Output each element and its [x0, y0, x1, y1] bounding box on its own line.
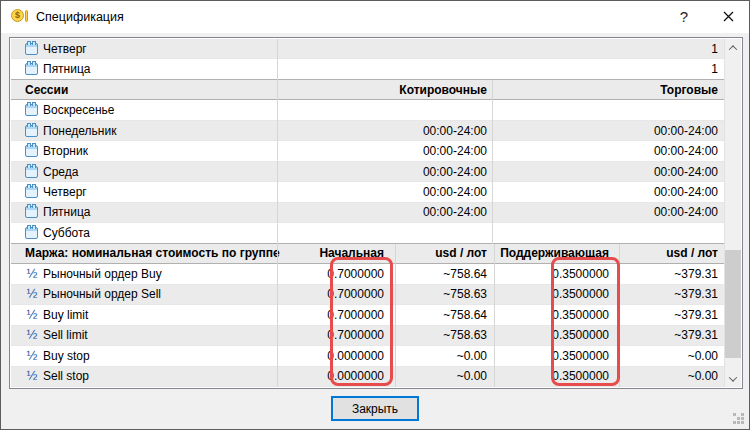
- column-divider: [492, 141, 493, 161]
- table-cell: 00:00-24:00: [568, 182, 718, 201]
- column-divider: [492, 182, 493, 202]
- one-half-icon: ½: [24, 307, 40, 323]
- column-divider: [492, 203, 493, 223]
- scrollbar-track[interactable]: [725, 56, 741, 370]
- calendar-icon: [25, 166, 38, 178]
- calendar-icon: [25, 104, 38, 116]
- table-cell: 00:00-24:00: [568, 141, 718, 160]
- table-row[interactable]: ½ Buy stop 0.0000000~0.000.3500000~0.00: [11, 346, 724, 366]
- table-cell: 00:00-24:00: [337, 162, 487, 181]
- calendar-icon: [25, 227, 38, 239]
- table-cell: [568, 223, 718, 242]
- column-divider: [277, 100, 278, 120]
- column-divider: [492, 121, 493, 141]
- table-cell: Котировочные: [337, 80, 487, 99]
- column-divider: [492, 223, 493, 243]
- table-cell: ~0.00: [568, 367, 718, 386]
- title-bar: $ Спецификация ?: [1, 1, 749, 33]
- close-icon[interactable]: [711, 1, 745, 31]
- column-divider: [277, 59, 278, 79]
- table-cell: ~379.31: [568, 285, 718, 304]
- row-label: Вторник: [43, 144, 88, 158]
- column-divider: [277, 223, 278, 243]
- table-cell: ~379.31: [568, 305, 718, 324]
- one-half-icon: ½: [24, 327, 40, 343]
- row-label: Sell limit: [43, 328, 88, 342]
- table-rows: Четверг 1 Пятница 1 Сессии КотировочныеТ…: [11, 39, 724, 387]
- footer: Закрыть: [1, 389, 749, 429]
- calendar-icon: [25, 63, 38, 75]
- row-label: Sell stop: [43, 369, 89, 383]
- table-cell: [568, 100, 718, 119]
- table-row[interactable]: Вторник 00:00-24:0000:00-24:00: [11, 141, 724, 161]
- column-divider: [277, 182, 278, 202]
- calendar-icon: [25, 186, 38, 198]
- one-half-icon: ½: [24, 266, 40, 282]
- coin-edge: [25, 10, 28, 22]
- table-row[interactable]: ½ Sell limit 0.7000000~758.630.3500000~3…: [11, 326, 724, 346]
- column-divider: [492, 100, 493, 120]
- close-dialog-button[interactable]: Закрыть: [331, 396, 419, 421]
- table-cell: 00:00-24:00: [568, 121, 718, 140]
- calendar-icon: [25, 43, 38, 55]
- resize-grip[interactable]: [733, 413, 745, 425]
- table-cell: usd / лот: [568, 244, 718, 263]
- vertical-scrollbar[interactable]: [724, 39, 741, 387]
- column-divider: [277, 39, 278, 59]
- table-cell: Торговые: [568, 80, 718, 99]
- coin-glyph: $: [11, 9, 24, 22]
- table-cell: 00:00-24:00: [337, 203, 487, 222]
- row-label: Рыночный ордер Buy: [43, 267, 162, 281]
- table-row[interactable]: ½ Buy limit 0.7000000~758.640.3500000~37…: [11, 305, 724, 325]
- column-divider: [492, 80, 493, 100]
- row-label: Buy limit: [43, 308, 88, 322]
- table-cell: [337, 100, 487, 119]
- row-label: Понедельник: [43, 124, 116, 138]
- window-title: Спецификация: [36, 10, 124, 24]
- table-row[interactable]: ½ Рыночный ордер Sell 0.7000000~758.630.…: [11, 285, 724, 305]
- table-row[interactable]: Четверг 00:00-24:0000:00-24:00: [11, 182, 724, 202]
- table-row[interactable]: Воскресенье: [11, 100, 724, 120]
- table-cell: ~379.31: [568, 326, 718, 345]
- scroll-down-button[interactable]: [725, 370, 741, 387]
- row-label: Четверг: [43, 185, 87, 199]
- help-button[interactable]: ?: [667, 1, 701, 31]
- table-row[interactable]: Четверг 1: [11, 39, 724, 59]
- table-row[interactable]: Пятница 1: [11, 59, 724, 79]
- row-label: Среда: [43, 165, 78, 179]
- table-cell: ~0.00: [568, 346, 718, 365]
- specification-dialog: $ Спецификация ? Четверг 1 Пятница 1 Сес…: [0, 0, 750, 430]
- table-cell: 00:00-24:00: [568, 203, 718, 222]
- row-label: Четверг: [43, 42, 87, 56]
- row-label: Воскресенье: [43, 103, 115, 117]
- table-row[interactable]: Среда 00:00-24:0000:00-24:00: [11, 162, 724, 182]
- coin-dollar-icon: $: [11, 9, 28, 25]
- table-row[interactable]: Маржа: номинальная стоимость по группе Н…: [11, 244, 724, 264]
- table-cell: 00:00-24:00: [337, 141, 487, 160]
- table-cell: 00:00-24:00: [337, 182, 487, 201]
- row-label: Сессии: [25, 83, 68, 97]
- calendar-icon: [25, 145, 38, 157]
- row-label: Суббота: [43, 226, 90, 240]
- one-half-icon: ½: [24, 286, 40, 302]
- row-label: Рыночный ордер Sell: [43, 287, 161, 301]
- table-cell: 00:00-24:00: [568, 162, 718, 181]
- specification-table: Четверг 1 Пятница 1 Сессии КотировочныеТ…: [9, 37, 743, 389]
- table-row[interactable]: Понедельник 00:00-24:0000:00-24:00: [11, 121, 724, 141]
- one-half-icon: ½: [24, 348, 40, 364]
- table-row[interactable]: Пятница 00:00-24:0000:00-24:00: [11, 203, 724, 223]
- table-row[interactable]: Сессии КотировочныеТорговые: [11, 80, 724, 100]
- chevron-up-icon: [729, 45, 737, 53]
- column-divider: [277, 121, 278, 141]
- table-row[interactable]: ½ Sell stop 0.0000000~0.000.3500000~0.00: [11, 367, 724, 387]
- row-label: Пятница: [43, 205, 91, 219]
- table-cell: 00:00-24:00: [337, 121, 487, 140]
- table-cell: 1: [568, 59, 718, 78]
- table-row[interactable]: ½ Рыночный ордер Buy 0.7000000~758.640.3…: [11, 264, 724, 284]
- table-row[interactable]: Суббота: [11, 223, 724, 243]
- scroll-up-button[interactable]: [725, 39, 741, 56]
- scrollbar-thumb[interactable]: [725, 250, 741, 358]
- column-divider: [277, 203, 278, 223]
- row-label: Пятница: [43, 62, 91, 76]
- row-label: Buy stop: [43, 349, 90, 363]
